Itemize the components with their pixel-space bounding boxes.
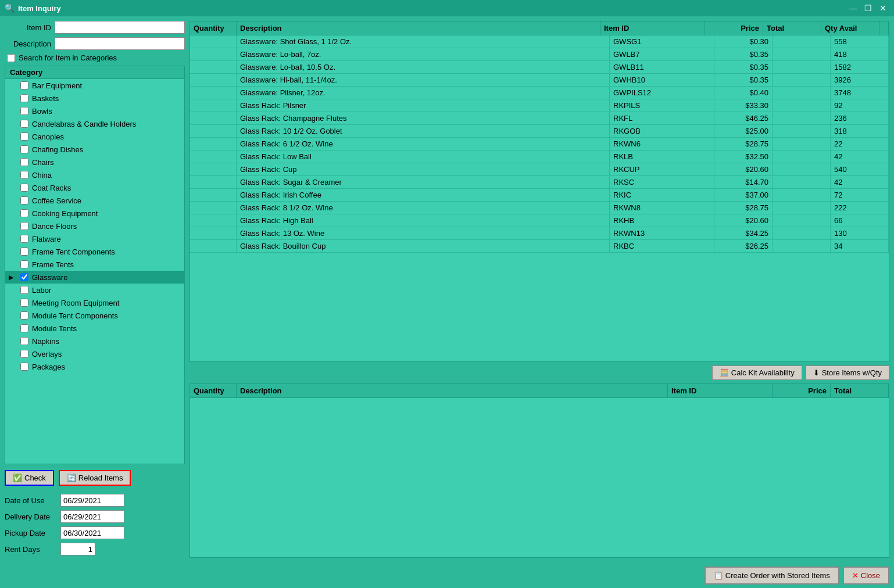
store-items-button[interactable]: ⬇ Store Items w/Qty <box>806 365 889 380</box>
category-item[interactable]: Bowls <box>5 105 184 117</box>
category-checkbox[interactable] <box>20 94 28 102</box>
reload-button[interactable]: 🔄 Reload Items <box>59 470 131 486</box>
description-input[interactable] <box>55 37 185 50</box>
table-row[interactable]: Glass Rack: 10 1/2 Oz. Goblet RKGOB $25.… <box>190 125 889 138</box>
category-item[interactable]: China <box>5 168 184 181</box>
category-checkbox[interactable] <box>20 184 28 192</box>
category-item[interactable]: Canopies <box>5 130 184 143</box>
td-price: $26.25 <box>714 240 773 252</box>
category-checkbox[interactable] <box>20 81 28 89</box>
description-label: Description <box>5 40 51 48</box>
category-item[interactable]: Overlays <box>5 347 184 360</box>
category-checkbox[interactable] <box>20 158 28 166</box>
table-row[interactable]: Glass Rack: Irish Coffee RKIC $37.00 72 <box>190 189 889 202</box>
category-checkbox[interactable] <box>20 248 28 256</box>
table-row[interactable]: Glass Rack: 6 1/2 Oz. Wine RKWN6 $28.75 … <box>190 138 889 150</box>
table-row[interactable]: Glass Rack: Sugar & Creamer RKSC $14.70 … <box>190 176 889 189</box>
table-row[interactable]: Glassware: Hi-ball, 11-1/4oz. GWHB10 $0.… <box>190 74 889 87</box>
td-qtyavail: 130 <box>831 227 889 239</box>
pickup-date-input[interactable] <box>60 526 124 539</box>
td-price: $0.35 <box>714 61 773 73</box>
category-item[interactable]: Flatware <box>5 232 184 245</box>
category-checkbox[interactable] <box>20 286 28 294</box>
category-item[interactable]: Meeting Room Equipment <box>5 296 184 309</box>
category-checkbox[interactable] <box>20 132 28 141</box>
close-action-button[interactable]: ✕ Close <box>843 567 889 585</box>
category-item[interactable]: Dance Floors <box>5 220 184 232</box>
td-qty <box>190 35 237 48</box>
date-of-use-input[interactable] <box>60 494 124 507</box>
category-name: Napkins <box>32 337 59 346</box>
category-item[interactable]: Napkins <box>5 335 184 347</box>
delivery-date-input[interactable] <box>60 510 124 523</box>
category-name: Overlays <box>32 350 62 358</box>
table-row[interactable]: Glassware: Lo-ball, 10.5 Oz. GWLB11 $0.3… <box>190 61 889 74</box>
category-checkbox[interactable] <box>20 337 28 345</box>
rent-days-input[interactable] <box>60 543 95 555</box>
category-item[interactable]: Coffee Service <box>5 194 184 207</box>
close-label: Close <box>861 571 880 580</box>
table-row[interactable]: Glassware: Shot Glass, 1 1/2 Oz. GWSG1 $… <box>190 35 889 48</box>
calc-kit-button[interactable]: 🧮 Calc Kit Availability <box>712 365 802 380</box>
middle-buttons: 🧮 Calc Kit Availability ⬇ Store Items w/… <box>189 365 889 380</box>
category-item[interactable]: Candelabras & Candle Holders <box>5 117 184 130</box>
category-item[interactable]: Chairs <box>5 156 184 168</box>
table-row[interactable]: Glass Rack: Low Ball RKLB $32.50 42 <box>190 150 889 163</box>
table-row[interactable]: Glassware: Lo-ball, 7oz. GWLB7 $0.35 418 <box>190 48 889 61</box>
table-row[interactable]: Glass Rack: Champagne Flutes RKFL $46.25… <box>190 112 889 125</box>
category-item[interactable]: Module Tent Components <box>5 309 184 322</box>
category-item[interactable]: Bar Equipment <box>5 79 184 92</box>
top-table-body[interactable]: Glassware: Shot Glass, 1 1/2 Oz. GWSG1 $… <box>190 35 889 361</box>
category-checkbox[interactable] <box>20 299 28 307</box>
search-checkbox[interactable] <box>7 54 15 62</box>
td-total <box>773 150 831 163</box>
td-total <box>773 240 831 252</box>
category-item[interactable]: Chafing Dishes <box>5 143 184 156</box>
category-item[interactable]: Cooking Equipment <box>5 207 184 220</box>
td-qty <box>190 227 237 239</box>
category-item[interactable]: Labor <box>5 284 184 296</box>
td-qty <box>190 112 237 124</box>
category-item[interactable]: Frame Tent Components <box>5 245 184 258</box>
category-item[interactable]: Frame Tents <box>5 258 184 271</box>
category-checkbox[interactable] <box>20 222 28 230</box>
category-item[interactable]: Coat Racks <box>5 181 184 194</box>
td-itemid: GWHB10 <box>610 74 714 86</box>
close-button[interactable]: ✕ <box>877 2 889 15</box>
category-checkbox[interactable] <box>20 350 28 358</box>
check-button[interactable]: ✅ Check <box>5 470 54 486</box>
category-checkbox[interactable] <box>20 145 28 153</box>
td-price: $20.60 <box>714 214 773 227</box>
bottom-table-body[interactable] <box>190 398 889 557</box>
category-item[interactable]: Packages <box>5 360 184 373</box>
category-checkbox[interactable] <box>20 235 28 243</box>
table-row[interactable]: Glass Rack: Cup RKCUP $20.60 540 <box>190 163 889 176</box>
category-checkbox[interactable] <box>20 209 28 217</box>
bth-quantity: Quantity <box>190 384 237 397</box>
category-checkbox[interactable] <box>20 324 28 332</box>
table-row[interactable]: Glass Rack: 8 1/2 Oz. Wine RKWN8 $28.75 … <box>190 202 889 214</box>
table-row[interactable]: Glassware: Pilsner, 12oz. GWPILS12 $0.40… <box>190 87 889 99</box>
category-list[interactable]: Bar Equipment Baskets Bowls Candelabras … <box>5 79 184 464</box>
category-checkbox[interactable] <box>20 107 28 115</box>
category-checkbox[interactable] <box>20 120 28 128</box>
category-checkbox[interactable] <box>20 196 28 205</box>
category-item[interactable]: ▶ Glassware <box>5 271 184 284</box>
minimize-button[interactable]: — <box>846 2 859 15</box>
item-id-input[interactable] <box>55 21 185 34</box>
th-item-id: Item ID <box>600 21 705 35</box>
category-item[interactable]: Module Tents <box>5 322 184 335</box>
create-order-button[interactable]: 📋 Create Order with Stored Items <box>705 567 839 585</box>
category-checkbox[interactable] <box>20 273 28 281</box>
table-row[interactable]: Glass Rack: Pilsner RKPILS $33.30 92 <box>190 99 889 112</box>
category-checkbox[interactable] <box>20 260 28 268</box>
restore-button[interactable]: ❐ <box>861 2 874 15</box>
category-checkbox[interactable] <box>20 171 28 179</box>
category-checkbox[interactable] <box>20 311 28 320</box>
category-checkbox[interactable] <box>20 363 28 371</box>
table-row[interactable]: Glass Rack: 13 Oz. Wine RKWN13 $34.25 13… <box>190 227 889 240</box>
category-item[interactable]: Baskets <box>5 92 184 105</box>
table-row[interactable]: Glass Rack: Bouillon Cup RKBC $26.25 34 <box>190 240 889 253</box>
table-row[interactable]: Glass Rack: High Ball RKHB $20.60 66 <box>190 214 889 227</box>
td-qty <box>190 189 237 201</box>
